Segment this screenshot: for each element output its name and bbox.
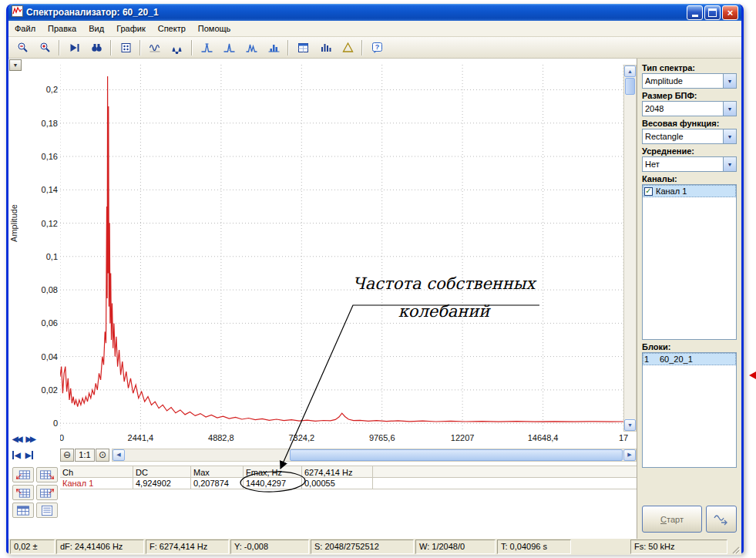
menu-item[interactable]: Файл xyxy=(8,22,42,35)
page-edge-marker xyxy=(749,371,756,379)
scroll-right-button[interactable]: ▶ xyxy=(623,449,636,461)
generator-button[interactable] xyxy=(115,38,136,57)
results-table: ChDCMaxFmax, Hz6274,414 Hz Канал 14,9249… xyxy=(60,466,637,539)
peak-line-icon xyxy=(223,42,236,54)
toolbar: ? xyxy=(8,37,741,59)
show-report-button[interactable] xyxy=(36,503,58,518)
zoom-in-icon xyxy=(39,42,52,54)
column-header[interactable]: 6274,414 Hz xyxy=(302,466,373,478)
spectrum-type-label: Тип спектра: xyxy=(642,63,737,72)
x-tick-label: 7324,2 xyxy=(288,433,314,442)
resize-grip[interactable] xyxy=(729,540,740,554)
histogram-marker-button[interactable] xyxy=(263,38,284,57)
block-item[interactable]: 160_20_1 xyxy=(643,353,736,365)
chart-vertical-scrollbar[interactable]: ▲ ▼ xyxy=(623,65,637,432)
wave-view-button[interactable] xyxy=(144,38,166,57)
blocks-label: Блоки: xyxy=(642,342,737,351)
chevron-down-icon[interactable]: ▼ xyxy=(723,74,736,88)
rewind-button[interactable]: ◀◀ xyxy=(12,435,21,443)
minimize-icon xyxy=(692,15,698,17)
grid-arrow-icon xyxy=(15,469,32,481)
blocks-list[interactable]: 160_20_1 xyxy=(642,352,737,468)
skip-to-start-button[interactable]: ◀ xyxy=(12,451,21,459)
title-bar[interactable]: Спектроанализатор: 60_20_1 × xyxy=(8,4,741,21)
averaging-select[interactable]: Нет ▼ xyxy=(642,156,737,172)
menu-item[interactable]: Вид xyxy=(82,22,110,35)
vertical-scrollbar-track[interactable] xyxy=(624,96,636,419)
minimize-button[interactable] xyxy=(687,5,703,20)
channels-list[interactable]: ✓Канал 1 xyxy=(642,184,737,340)
peak-line-marker-button[interactable] xyxy=(218,38,240,57)
spectrum-type-select[interactable]: Amplitude ▼ xyxy=(642,73,737,89)
copy-result-down-button[interactable] xyxy=(36,467,58,482)
close-button[interactable]: × xyxy=(722,5,738,20)
help-button[interactable]: ? xyxy=(366,38,388,57)
table-icon xyxy=(15,505,32,516)
horizontal-scrollbar-thumb[interactable] xyxy=(290,449,623,461)
y-tick-label: 0,04 xyxy=(42,352,58,361)
zoom-in-button[interactable] xyxy=(34,38,55,57)
help-icon: ? xyxy=(371,42,384,54)
properties-button[interactable] xyxy=(292,38,314,57)
y-tick-label: 0,16 xyxy=(42,152,58,161)
start-button[interactable]: Старт xyxy=(642,506,702,533)
window-function-select[interactable]: Rectangle ▼ xyxy=(642,129,737,144)
search-button[interactable] xyxy=(86,38,107,57)
append-result-down-button[interactable] xyxy=(36,485,58,500)
block-name: 60_20_1 xyxy=(660,355,693,364)
zoom-out-button[interactable] xyxy=(12,38,33,57)
y-tick-label: 0,12 xyxy=(42,219,58,228)
peak-marker-button[interactable] xyxy=(196,38,217,57)
bar-chart-button[interactable] xyxy=(314,38,336,57)
scale-ratio-label[interactable]: 1:1 xyxy=(75,449,95,462)
forward-button[interactable]: ▶▶ xyxy=(25,435,34,443)
x-zoom-out-button[interactable]: ⊖ xyxy=(60,449,74,462)
append-result-up-button[interactable] xyxy=(12,485,34,500)
scroll-up-button[interactable]: ▲ xyxy=(624,66,636,77)
channel-item[interactable]: ✓Канал 1 xyxy=(643,185,736,197)
horizontal-scrollbar-track[interactable] xyxy=(125,449,623,461)
block-number: 1 xyxy=(644,355,657,364)
list-icon xyxy=(39,505,55,516)
double-peak-icon xyxy=(245,42,258,54)
show-table-button[interactable] xyxy=(12,503,34,518)
menu-item[interactable]: Правка xyxy=(42,22,82,35)
chevron-down-icon[interactable]: ▼ xyxy=(723,129,736,143)
wave-filled-view-button[interactable] xyxy=(166,38,188,57)
menu-item[interactable]: Помощь xyxy=(192,22,237,35)
vertical-scrollbar-thumb[interactable] xyxy=(625,78,635,95)
menu-item[interactable]: Спектр xyxy=(152,22,192,35)
checkbox-icon[interactable]: ✓ xyxy=(644,187,653,196)
histogram-icon xyxy=(267,42,281,54)
maximize-button[interactable] xyxy=(704,5,721,20)
chevron-down-icon[interactable]: ▼ xyxy=(723,157,736,171)
column-header[interactable]: Fmax, Hz xyxy=(244,466,302,478)
scroll-left-button[interactable]: ◀ xyxy=(113,449,125,461)
table-row[interactable]: Канал 14,9249020,2078741440,42970,00055 xyxy=(60,478,637,489)
record-button[interactable] xyxy=(706,506,737,533)
envelope-button[interactable] xyxy=(337,38,358,57)
settings-panel: Тип спектра: Amplitude ▼ Размер БПФ: 204… xyxy=(637,59,741,539)
arrow-right-icon: ▶ xyxy=(627,452,631,458)
fft-size-select[interactable]: 2048 ▼ xyxy=(642,101,737,116)
column-header[interactable]: Max xyxy=(191,466,244,478)
y-tick-label: 0,02 xyxy=(42,385,58,395)
double-peak-marker-button[interactable] xyxy=(240,38,262,57)
x-zoom-reset-button[interactable]: ⊙ xyxy=(96,449,109,462)
chart-horizontal-scrollbar[interactable]: ◀ ▶ xyxy=(112,449,637,462)
column-header[interactable]: DC xyxy=(133,466,191,478)
grid-arrow-icon xyxy=(15,487,32,499)
plot-area[interactable] xyxy=(60,65,623,432)
run-button[interactable] xyxy=(63,38,85,57)
table-cell: Канал 1 xyxy=(60,478,133,489)
chevron-down-icon[interactable]: ▼ xyxy=(723,102,736,116)
zoom-out-circle-icon: ⊖ xyxy=(63,449,71,460)
scroll-down-button[interactable]: ▼ xyxy=(624,419,636,431)
y-tick-label: 0 xyxy=(53,418,58,428)
skip-to-end-button[interactable]: ▶ xyxy=(25,451,34,459)
copy-result-up-button[interactable] xyxy=(12,467,34,482)
table-cell: 4,924902 xyxy=(133,478,191,489)
menu-item[interactable]: График xyxy=(110,22,152,35)
zoom-out-icon xyxy=(16,42,29,54)
column-header[interactable]: Ch xyxy=(60,466,133,478)
